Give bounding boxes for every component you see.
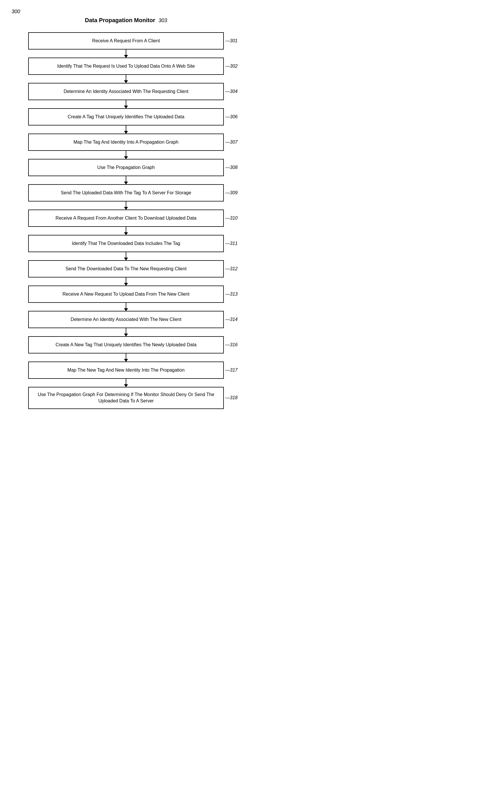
step-row: Map The New Tag And New Identity Into Th…: [12, 361, 240, 379]
diagram-ref: 300: [12, 9, 240, 15]
arrow-down: [126, 75, 126, 83]
step-box-309: Send The Uploaded Data With The Tag To A…: [28, 184, 224, 201]
step-label-313: —313: [225, 291, 238, 297]
step-box-312: Send The Downloaded Data To The New Requ…: [28, 260, 224, 277]
step-label-307: —307: [225, 140, 238, 145]
arrow-down: [126, 100, 126, 108]
diagram-title-ref: 303: [159, 18, 167, 23]
arrow-down: [126, 201, 126, 209]
step-box-313: Receive A New Request To Upload Data Fro…: [28, 285, 224, 303]
step-row: Send The Uploaded Data With The Tag To A…: [12, 184, 240, 201]
arrow-down: [126, 328, 126, 336]
step-box-316: Create A New Tag That Uniquely Identifie…: [28, 336, 224, 353]
step-row: Use The Propagation Graph For Determinin…: [12, 387, 240, 409]
step-label-316: —316: [225, 342, 238, 347]
step-label-317: —317: [225, 367, 238, 373]
arrow-down: [126, 252, 126, 260]
step-row: Use The Propagation Graph—308: [12, 159, 240, 176]
step-row: Create A New Tag That Uniquely Identifie…: [12, 336, 240, 353]
step-row: Receive A Request From A Client—301: [12, 32, 240, 49]
arrow-down: [126, 176, 126, 184]
step-row: Create A Tag That Uniquely Identifies Th…: [12, 108, 240, 125]
arrow-down: [126, 353, 126, 361]
diagram-title: Data Propagation Monitor 303: [12, 17, 240, 24]
step-box-311: Identify That The Downloaded Data Includ…: [28, 235, 224, 252]
arrow-down: [126, 49, 126, 58]
step-box-317: Map The New Tag And New Identity Into Th…: [28, 361, 224, 379]
arrow-down: [126, 277, 126, 285]
step-row: Send The Downloaded Data To The New Requ…: [12, 260, 240, 277]
step-box-314: Determine An Identity Associated With Th…: [28, 311, 224, 328]
step-box-307: Map The Tag And Identity Into A Propagat…: [28, 134, 224, 151]
step-row: Receive A New Request To Upload Data Fro…: [12, 285, 240, 303]
step-label-304: —304: [225, 89, 238, 94]
step-box-301: Receive A Request From A Client: [28, 32, 224, 49]
step-row: Determine An Identity Associated With Th…: [12, 311, 240, 328]
step-box-308: Use The Propagation Graph: [28, 159, 224, 176]
step-label-310: —310: [225, 216, 238, 221]
step-label-314: —314: [225, 317, 238, 322]
step-box-304: Determine An Identity Associated With Th…: [28, 83, 224, 100]
step-box-306: Create A Tag That Uniquely Identifies Th…: [28, 108, 224, 125]
step-label-302: —302: [225, 64, 238, 69]
step-box-302: Identify That The Request Is Used To Upl…: [28, 58, 224, 75]
step-row: Identify That The Downloaded Data Includ…: [12, 235, 240, 252]
step-row: Receive A Request From Another Client To…: [12, 209, 240, 227]
flowchart: Receive A Request From A Client—301Ident…: [12, 32, 240, 409]
arrow-down: [126, 151, 126, 159]
arrow-down: [126, 125, 126, 134]
step-label-308: —308: [225, 165, 238, 170]
arrow-down: [126, 379, 126, 387]
step-row: Determine An Identity Associated With Th…: [12, 83, 240, 100]
step-row: Identify That The Request Is Used To Upl…: [12, 58, 240, 75]
step-row: Map The Tag And Identity Into A Propagat…: [12, 134, 240, 151]
step-label-311: —311: [225, 241, 238, 246]
step-label-309: —309: [225, 190, 238, 195]
step-label-301: —301: [225, 38, 238, 43]
step-box-310: Receive A Request From Another Client To…: [28, 209, 224, 227]
arrow-down: [126, 303, 126, 311]
step-box-318: Use The Propagation Graph For Determinin…: [28, 387, 224, 409]
step-label-312: —312: [225, 266, 238, 271]
arrow-down: [126, 227, 126, 235]
step-label-306: —306: [225, 114, 238, 119]
step-label-318: —318: [225, 395, 238, 400]
